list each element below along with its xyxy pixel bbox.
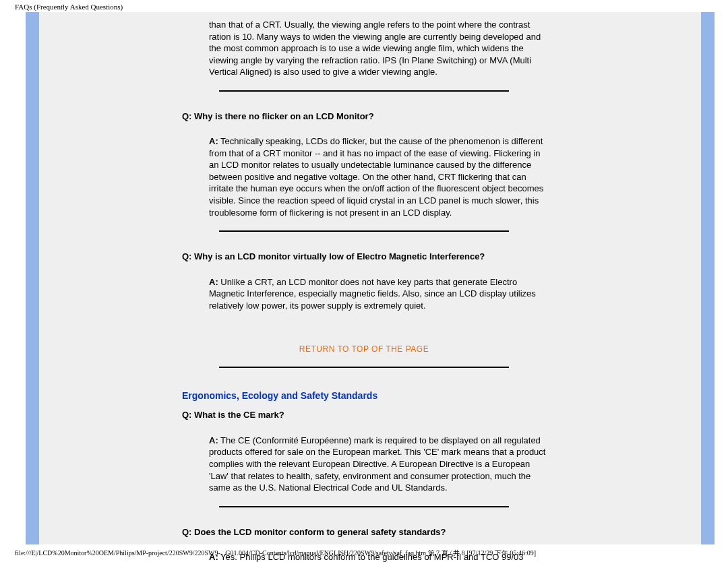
a-label: A: <box>209 136 218 146</box>
q-label: Q: <box>182 251 191 261</box>
right-decorative-stripe <box>701 12 715 544</box>
a-text: Unlike a CRT, an LCD monitor does not ha… <box>209 277 536 311</box>
faq-content: than that of a CRT. Usually, the viewing… <box>182 19 546 562</box>
divider <box>219 506 509 507</box>
a-text: Technically speaking, LCDs do flicker, b… <box>209 136 543 217</box>
q-text: What is the CE mark? <box>191 410 284 420</box>
divider <box>219 230 509 232</box>
divider <box>219 367 509 368</box>
a-label: A: <box>209 435 218 445</box>
faq-question-4: Q: Does the LCD monitor conform to gener… <box>182 526 546 538</box>
a-text: The CE (Conformité Européenne) mark is r… <box>209 435 545 493</box>
q-text: Why is an LCD monitor virtually low of E… <box>191 251 485 261</box>
return-to-top-link[interactable]: RETURN TO TOP OF THE PAGE <box>182 344 546 354</box>
a-label: A: <box>209 277 218 287</box>
divider <box>219 90 509 92</box>
footer-file-path: file:///E|/LCD%20Monitor%20OEM/Philips/M… <box>15 549 536 558</box>
section-heading-ergonomics: Ergonomics, Ecology and Safety Standards <box>182 389 546 402</box>
q-label: Q: <box>182 111 191 121</box>
q-text: Why is there no flicker on an LCD Monito… <box>191 111 373 121</box>
faq-answer-3: A: The CE (Conformité Européenne) mark i… <box>209 435 546 494</box>
q-text: Does the LCD monitor conform to general … <box>191 527 446 537</box>
left-decorative-stripe <box>26 12 39 544</box>
faq-question-2: Q: Why is an LCD monitor virtually low o… <box>182 251 546 263</box>
intro-answer-continuation: than that of a CRT. Usually, the viewing… <box>209 19 546 78</box>
q-label: Q: <box>182 410 191 420</box>
faq-question-3: Q: What is the CE mark? <box>182 409 546 421</box>
faq-answer-1: A: Technically speaking, LCDs do flicker… <box>209 135 546 218</box>
faq-question-1: Q: Why is there no flicker on an LCD Mon… <box>182 111 546 123</box>
page-header-title: FAQs (Frequently Asked Questions) <box>15 3 123 11</box>
q-label: Q: <box>182 527 191 537</box>
faq-answer-2: A: Unlike a CRT, an LCD monitor does not… <box>209 276 546 312</box>
